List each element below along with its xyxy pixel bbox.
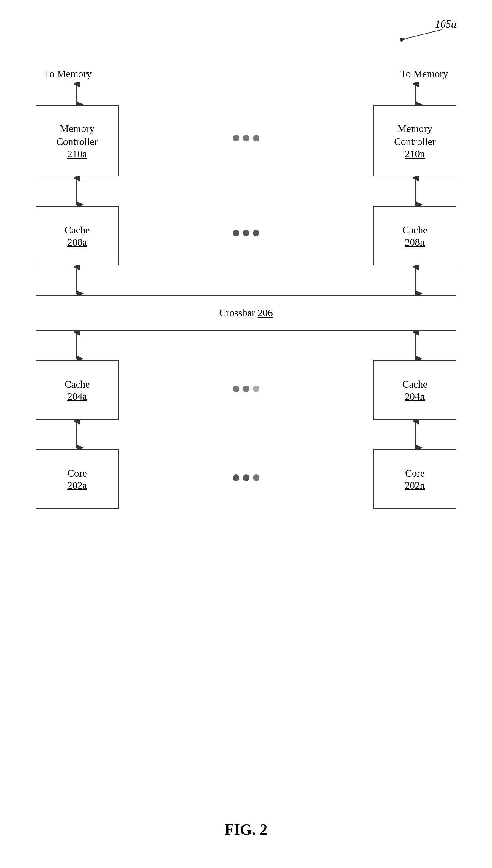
cache-upper-right-box: Cache 208n [373, 206, 457, 266]
arrow-cache-upper-left-crossbar [68, 266, 85, 295]
dot10 [233, 474, 239, 481]
cache-upper-right-ref: 208n [405, 237, 425, 248]
dots-row2 [233, 230, 260, 237]
arrow-cache-upper-right-crossbar [407, 266, 424, 295]
dot12 [253, 474, 260, 481]
dot4 [233, 230, 239, 237]
core-left-ref: 202a [67, 480, 87, 491]
crossbar-label: Crossbar [219, 307, 255, 319]
dot7 [233, 386, 239, 392]
arrow-to-mem-right [407, 82, 424, 106]
memory-controller-left-box: Memory Controller 210a [35, 105, 119, 176]
crossbar-ref: 206 [258, 307, 273, 319]
cache-upper-left-box: Cache 208a [35, 206, 119, 266]
arrow-crossbar-cache-lower-left [68, 331, 85, 360]
cache-lower-right-ref: 204n [405, 391, 425, 402]
dots-row4 [233, 474, 260, 481]
dot5 [243, 230, 249, 237]
mc-left-ref: 210a [67, 148, 87, 159]
mc-right-ref: 210n [405, 148, 425, 159]
arrow-cache-lower-right-core [407, 420, 424, 449]
core-right-ref: 202n [405, 480, 425, 491]
arrow-crossbar-cache-lower-right [407, 331, 424, 360]
core-right-box: Core 202n [373, 449, 457, 509]
dot2 [243, 135, 249, 142]
svg-line-1 [406, 30, 442, 39]
dot11 [243, 474, 249, 481]
dot6 [253, 230, 260, 237]
dot9 [253, 386, 260, 392]
cache-upper-left-ref: 208a [67, 237, 87, 248]
memory-controller-right-box: Memory Controller 210n [373, 105, 457, 176]
to-memory-left: To Memory [44, 68, 92, 79]
diagram: 105a To Memory To Memory [0, 0, 492, 868]
core-left-box: Core 202a [35, 449, 119, 509]
fig-label: FIG. 2 [224, 821, 267, 838]
to-memory-right: To Memory [400, 68, 448, 79]
arrow-cache-lower-left-core [68, 420, 85, 449]
dot8 [243, 386, 249, 392]
cache-upper-left-label: Cache [65, 224, 90, 237]
arrow-mc-cache-left [68, 176, 85, 206]
cache-lower-right-label: Cache [402, 378, 428, 391]
dot1 [233, 135, 239, 142]
core-right-label: Core [405, 467, 425, 480]
dot3 [253, 135, 260, 142]
crossbar-box: Crossbar 206 [35, 295, 457, 331]
cache-lower-right-box: Cache 204n [373, 360, 457, 420]
dots-row3 [233, 386, 260, 392]
cache-lower-left-label: Cache [65, 378, 90, 391]
arrow-mc-cache-right [407, 176, 424, 206]
dots-row1 [233, 135, 260, 142]
arrow-to-mem-left [68, 82, 85, 106]
core-left-label: Core [67, 467, 87, 480]
mc-left-label: Memory Controller [56, 122, 98, 148]
cache-upper-right-label: Cache [402, 224, 428, 237]
ref-arrow [397, 27, 445, 42]
mc-right-label: Memory Controller [394, 122, 436, 148]
cache-lower-left-ref: 204a [67, 391, 87, 402]
cache-lower-left-box: Cache 204a [35, 360, 119, 420]
